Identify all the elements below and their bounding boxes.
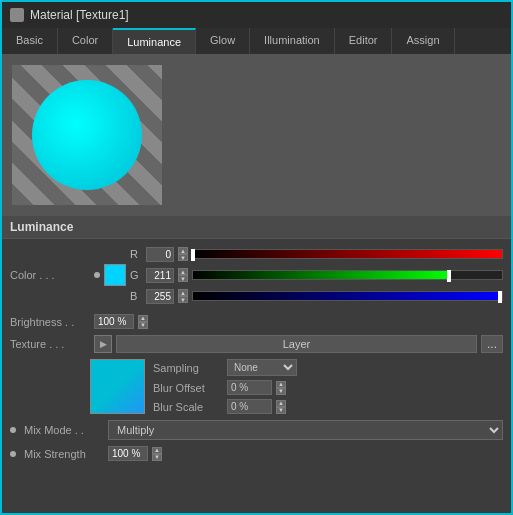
tab-assign[interactable]: Assign (392, 28, 454, 54)
color-dot (94, 272, 100, 278)
mix-strength-value[interactable] (108, 446, 148, 461)
brightness-down[interactable]: ▼ (138, 322, 148, 329)
texture-row: Texture . . . ▶ Layer ... (2, 332, 511, 356)
blur-offset-value[interactable] (227, 380, 272, 395)
brightness-label: Brightness . . (10, 316, 90, 328)
g-spinner: ▲ ▼ (178, 268, 188, 282)
g-value[interactable] (146, 268, 174, 283)
texture-label: Texture . . . (10, 338, 90, 350)
mix-mode-label: Mix Mode . . (24, 424, 104, 436)
b-slider-track[interactable] (192, 291, 503, 301)
section-header: Luminance (2, 215, 511, 239)
blur-offset-label: Blur Offset (153, 382, 223, 394)
sampling-row: Sampling None (153, 359, 503, 376)
r-label: R (130, 248, 142, 260)
window-title: Material [Texture1] (30, 8, 129, 22)
window-icon (10, 8, 24, 22)
r-down[interactable]: ▼ (178, 254, 188, 261)
g-slider-fill (193, 271, 449, 279)
blur-offset-row: Blur Offset ▲ ▼ (153, 380, 503, 395)
mix-strength-row: Mix Strength ▲ ▼ (2, 443, 511, 464)
blur-scale-row: Blur Scale ▲ ▼ (153, 399, 503, 414)
brightness-value[interactable] (94, 314, 134, 329)
mix-strength-dot (10, 451, 16, 457)
blur-offset-down[interactable]: ▼ (276, 388, 286, 395)
g-down[interactable]: ▼ (178, 275, 188, 282)
b-spinner: ▲ ▼ (178, 289, 188, 303)
b-label: B (130, 290, 142, 302)
g-label: G (130, 269, 142, 281)
r-slider-thumb[interactable] (191, 249, 195, 261)
r-slider-track[interactable] (192, 249, 503, 259)
tab-illumination[interactable]: Illumination (250, 28, 335, 54)
b-slider-thumb[interactable] (498, 291, 502, 303)
preview-area (2, 55, 511, 215)
b-down[interactable]: ▼ (178, 296, 188, 303)
g-slider-thumb[interactable] (447, 270, 451, 282)
material-window: Material [Texture1] Basic Color Luminanc… (0, 0, 513, 515)
preview-canvas (12, 65, 162, 205)
texture-play-button[interactable]: ▶ (94, 335, 112, 353)
g-up[interactable]: ▲ (178, 268, 188, 275)
blur-offset-up[interactable]: ▲ (276, 381, 286, 388)
color-swatch[interactable] (104, 264, 126, 286)
preview-sphere (32, 80, 142, 190)
r-up[interactable]: ▲ (178, 247, 188, 254)
brightness-up[interactable]: ▲ (138, 315, 148, 322)
b-up[interactable]: ▲ (178, 289, 188, 296)
sampling-label: Sampling (153, 362, 223, 374)
texture-settings: Sampling None Blur Offset ▲ ▼ Blur Scale (153, 359, 503, 414)
tab-editor[interactable]: Editor (335, 28, 393, 54)
color-row: Color . . . R ▲ ▼ (10, 245, 503, 305)
texture-thumbnail (90, 359, 145, 414)
mix-mode-select[interactable]: Multiply (108, 420, 503, 440)
r-channel-row: R ▲ ▼ (130, 245, 503, 263)
blur-scale-label: Blur Scale (153, 401, 223, 413)
blur-scale-up[interactable]: ▲ (276, 400, 286, 407)
texture-dots-button[interactable]: ... (481, 335, 503, 353)
g-slider-track[interactable] (192, 270, 503, 280)
blur-scale-down[interactable]: ▼ (276, 407, 286, 414)
title-bar: Material [Texture1] (2, 2, 511, 28)
tab-glow[interactable]: Glow (196, 28, 250, 54)
brightness-row: Brightness . . ▲ ▼ (2, 311, 511, 332)
r-slider-fill (193, 250, 502, 258)
mix-strength-label: Mix Strength (24, 448, 104, 460)
color-properties: Color . . . R ▲ ▼ (2, 239, 511, 311)
b-value[interactable] (146, 289, 174, 304)
mix-mode-row: Mix Mode . . Multiply (2, 417, 511, 443)
sampling-select[interactable]: None (227, 359, 297, 376)
g-channel-row: G ▲ ▼ (130, 266, 503, 284)
mix-mode-dot (10, 427, 16, 433)
b-channel-row: B ▲ ▼ (130, 287, 503, 305)
channels-stack: R ▲ ▼ G ▲ ▼ (130, 245, 503, 305)
tab-basic[interactable]: Basic (2, 28, 58, 54)
r-spinner: ▲ ▼ (178, 247, 188, 261)
texture-detail: Sampling None Blur Offset ▲ ▼ Blur Scale (2, 356, 511, 417)
tab-bar: Basic Color Luminance Glow Illumination … (2, 28, 511, 55)
tab-luminance[interactable]: Luminance (113, 28, 196, 54)
tab-color[interactable]: Color (58, 28, 113, 54)
b-slider-fill (193, 292, 502, 300)
color-label: Color . . . (10, 269, 90, 281)
blur-scale-value[interactable] (227, 399, 272, 414)
mix-strength-down[interactable]: ▼ (152, 454, 162, 461)
texture-layer-button[interactable]: Layer (116, 335, 477, 353)
mix-strength-up[interactable]: ▲ (152, 447, 162, 454)
r-value[interactable] (146, 247, 174, 262)
